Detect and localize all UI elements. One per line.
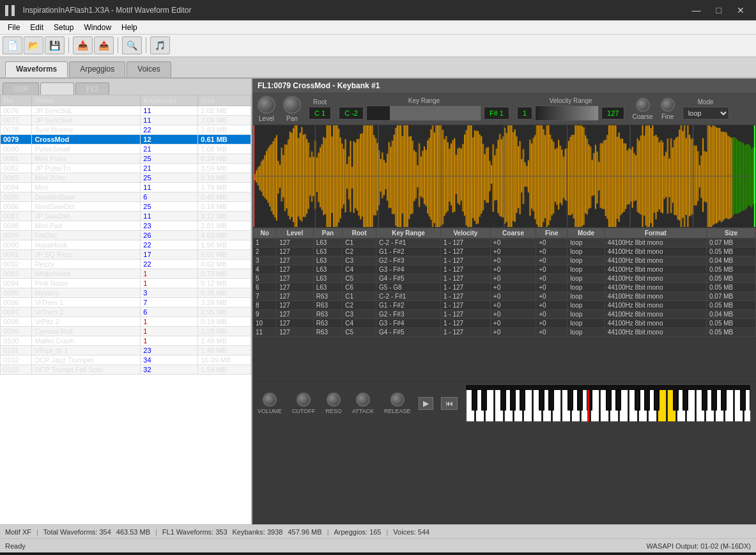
menu-window[interactable]: Window xyxy=(79,22,116,33)
pan-knob[interactable] xyxy=(283,96,301,114)
piano-black-key[interactable] xyxy=(635,390,640,410)
level-knob[interactable] xyxy=(258,96,275,114)
piano-keyboard[interactable] xyxy=(465,384,751,423)
close-button[interactable]: ✕ xyxy=(730,3,751,18)
key-range-bar[interactable] xyxy=(366,106,481,121)
piano-black-key[interactable] xyxy=(615,390,621,410)
menu-file[interactable]: File xyxy=(3,22,25,33)
release-knob[interactable] xyxy=(390,393,405,407)
waveform-list-item[interactable]: 0093 WhiteNoise 1 0.73 MB xyxy=(1,269,251,279)
subtab-fl1[interactable]: FL1 xyxy=(40,82,74,95)
menu-edit[interactable]: Edit xyxy=(25,22,49,33)
coarse-knob[interactable] xyxy=(636,98,650,112)
titlebar-controls[interactable]: — □ ✕ xyxy=(686,3,751,18)
waveform-list-item[interactable]: 0099 Cymbal Roll 1 3.28 MB xyxy=(1,327,251,336)
subtab-usr[interactable]: USR xyxy=(3,82,39,95)
keybank-row[interactable]: 5 127 L63 C5 G4 - F#5 1 - 127 +0 +0 loop… xyxy=(253,274,756,283)
piano-black-key[interactable] xyxy=(721,390,727,410)
keybank-row[interactable]: 4 127 L63 C4 G3 - F#4 1 - 127 +0 +0 loop… xyxy=(253,265,756,274)
fine-knob[interactable] xyxy=(661,98,675,112)
waveform-list-item[interactable]: 0091 JP SQ Rezz 17 6.01 MB xyxy=(1,250,251,260)
waveform-list-item[interactable]: 0087 JP SawDet 11 3.12 MB xyxy=(1,212,251,221)
toolbar-open[interactable]: 📂 xyxy=(24,36,43,54)
key-range-end[interactable]: F# 1 xyxy=(484,107,509,120)
piano-black-key[interactable] xyxy=(654,390,660,410)
velocity-bar[interactable] xyxy=(535,106,599,121)
reso-knob[interactable] xyxy=(327,393,341,407)
piano-black-key[interactable] xyxy=(606,390,612,410)
keybank-row[interactable]: 8 127 R63 C2 G1 - F#2 1 - 127 +0 +0 loop… xyxy=(253,301,756,310)
piano-black-key[interactable] xyxy=(740,390,746,410)
waveform-list-item[interactable]: 0098 VrPitz 2 1 0.19 MB xyxy=(1,317,251,327)
piano-black-key[interactable] xyxy=(548,390,554,410)
keybank-row[interactable]: 9 127 R63 C3 G2 - F#3 1 - 127 +0 +0 loop… xyxy=(253,310,756,319)
piano-black-key[interactable] xyxy=(500,390,506,410)
waveform-list-item[interactable]: 0085 DoubledSaw 6 0.40 MB xyxy=(1,192,251,202)
tab-voices[interactable]: Voices xyxy=(127,61,171,77)
velocity-start[interactable]: 1 xyxy=(517,107,532,120)
waveform-list-item[interactable]: 0094 Pink Noise 1 0.12 MB xyxy=(1,279,251,288)
menu-help[interactable]: Help xyxy=(116,22,143,33)
waveform-list-item[interactable]: 0084 Mini 11 1.78 MB xyxy=(1,183,251,192)
tab-arpeggios[interactable]: Arpeggios xyxy=(69,61,125,77)
keybank-row[interactable]: 3 127 L63 C3 G2 - F#3 1 - 127 +0 +0 loop… xyxy=(253,256,756,265)
piano-play-button[interactable]: ▶ xyxy=(419,397,433,410)
mode-select[interactable]: loop one-shot reverse xyxy=(683,107,729,120)
piano-black-key[interactable] xyxy=(711,390,717,410)
toolbar-new[interactable]: 📄 xyxy=(3,36,22,54)
piano-black-key[interactable] xyxy=(683,390,688,410)
piano-black-key[interactable] xyxy=(702,390,707,410)
waveform-list-item[interactable]: 0100 Mallet Crash 1 2.49 MB xyxy=(1,336,251,346)
key-range-start[interactable]: C -2 xyxy=(339,107,364,120)
piano-black-key[interactable] xyxy=(539,390,544,410)
subtab-fl2[interactable]: FL2 xyxy=(75,82,109,95)
piano-black-key[interactable] xyxy=(673,390,679,410)
piano-black-key[interactable] xyxy=(750,390,751,410)
waveform-list-item[interactable]: 0089 FatOsc 26 4.50 MB xyxy=(1,231,251,240)
keybank-row[interactable]: 2 127 L63 C2 G1 - F#2 1 - 127 +0 +0 loop… xyxy=(253,247,756,256)
piano-black-key[interactable] xyxy=(510,390,516,410)
keybank-row[interactable]: 7 127 R63 C1 C-2 - F#1 1 - 127 +0 +0 loo… xyxy=(253,292,756,301)
piano-black-key[interactable] xyxy=(481,390,487,410)
keybank-row[interactable]: 1 127 L63 C1 C-2 - F#1 1 - 127 +0 +0 loo… xyxy=(253,238,756,247)
toolbar-save[interactable]: 💾 xyxy=(45,36,65,54)
waveform-list-item[interactable]: 0077 JP SyncSwL 11 2.09 MB xyxy=(1,116,251,125)
piano-black-key[interactable] xyxy=(644,390,650,410)
waveform-list-item[interactable]: 0092 Rezzy 22 0.62 MB xyxy=(1,260,251,269)
piano-black-key[interactable] xyxy=(567,390,573,410)
velocity-end[interactable]: 127 xyxy=(601,107,624,120)
cutoff-knob[interactable] xyxy=(297,393,311,407)
waveform-list-item[interactable]: 0086 NordSawOct 25 0.18 MB xyxy=(1,202,251,212)
waveform-list-item[interactable]: 0095 Mystery 3 0.36 MB xyxy=(1,288,251,298)
keybank-row[interactable]: 6 127 L63 C6 G5 - G8 1 - 127 +0 +0 loop … xyxy=(253,283,756,292)
waveform-list[interactable]: No Name Keybanks Size 0076 JP SyncSqL 11… xyxy=(0,95,251,524)
waveform-list-item[interactable]: 0083 Mini 2Osc 25 9.19 MB xyxy=(1,173,251,183)
volume-knob[interactable] xyxy=(263,393,277,407)
toolbar-export[interactable]: 📤 xyxy=(94,36,114,54)
piano-black-key[interactable] xyxy=(577,390,583,410)
keybank-row[interactable]: 11 127 R63 C5 G4 - F#5 1 - 127 +0 +0 loo… xyxy=(253,328,756,337)
root-value[interactable]: C 1 xyxy=(309,107,331,120)
waveform-list-item[interactable]: 0102 DCP Jazz Trumpet 34 16.09 MB xyxy=(1,356,251,365)
waveform-list-item[interactable]: 0103 DCP Trumpt Fall Solo 32 1.54 MB xyxy=(1,365,251,375)
waveform-list-item[interactable]: 0090 HypaHook 22 1.90 MB xyxy=(1,240,251,250)
keybank-row[interactable]: 10 127 R63 C4 G3 - F#4 1 - 127 +0 +0 loo… xyxy=(253,319,756,328)
toolbar-midi[interactable]: 🎵 xyxy=(150,36,170,54)
minimize-button[interactable]: — xyxy=(686,3,707,18)
attack-knob[interactable] xyxy=(356,393,370,407)
keybank-table[interactable]: NoLevelPanRootKey RangeVelocityCoarseFin… xyxy=(252,228,756,381)
waveform-canvas[interactable] xyxy=(252,125,756,227)
waveform-list-item[interactable]: 0080 PulseSmall 21 7.08 MB xyxy=(1,145,251,154)
waveform-list-item[interactable]: 0079 CrossMod 12 0.61 MB xyxy=(1,135,251,145)
toolbar-import[interactable]: 📥 xyxy=(73,36,93,54)
piano-black-key[interactable] xyxy=(472,390,477,410)
waveform-list-item[interactable]: 0081 Mini Pulse 25 0.24 MB xyxy=(1,154,251,164)
piano-stop-button[interactable]: ⏮ xyxy=(441,397,458,410)
waveform-list-item[interactable]: 0076 JP SyncSqL 11 2.02 MB xyxy=(1,106,251,116)
piano-black-key[interactable] xyxy=(520,390,525,410)
waveform-list-item[interactable]: 0096 VrTrem 1 7 3.28 MB xyxy=(1,298,251,308)
waveform-list-item[interactable]: 0097 VrTrem 2 6 2.95 MB xyxy=(1,308,251,317)
toolbar-search[interactable]: 🔍 xyxy=(122,36,142,54)
tab-waveforms[interactable]: Waveforms xyxy=(5,61,68,77)
waveform-list-item[interactable]: 0101 VRtpt_tb 1 23 1.45 MB xyxy=(1,346,251,356)
